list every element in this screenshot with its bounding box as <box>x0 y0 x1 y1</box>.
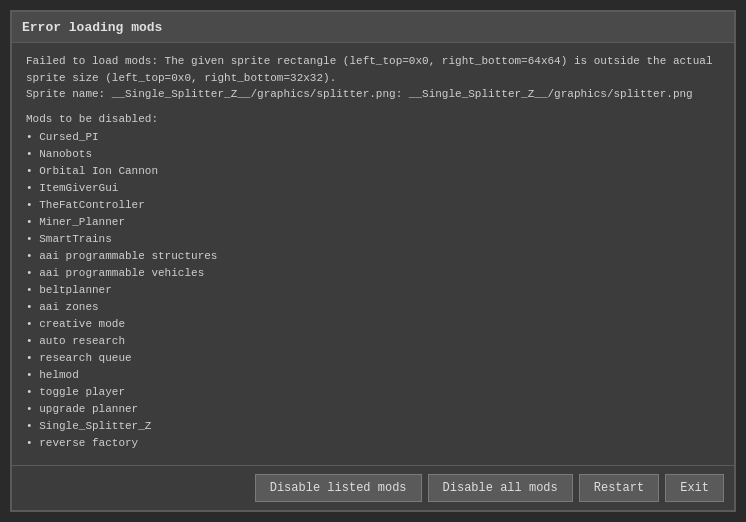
list-item: creative mode <box>26 316 720 333</box>
dialog-titlebar: Error loading mods <box>12 12 734 43</box>
list-item: Miner_Planner <box>26 214 720 231</box>
list-item: Cursed_PI <box>26 129 720 146</box>
list-item: research queue <box>26 350 720 367</box>
list-item: aai programmable vehicles <box>26 265 720 282</box>
mods-label: Mods to be disabled: <box>26 113 720 125</box>
dialog-footer: Disable listed mods Disable all mods Res… <box>12 465 734 510</box>
list-item: toggle player <box>26 384 720 401</box>
exit-button[interactable]: Exit <box>665 474 724 502</box>
list-item: SmartTrains <box>26 231 720 248</box>
error-line1: Failed to load mods: The given sprite re… <box>26 55 713 84</box>
list-item: auto research <box>26 333 720 350</box>
list-item: TheFatController <box>26 197 720 214</box>
list-item: Single_Splitter_Z <box>26 418 720 435</box>
error-dialog: Error loading mods Failed to load mods: … <box>10 10 736 512</box>
disable-listed-button[interactable]: Disable listed mods <box>255 474 422 502</box>
list-item: beltplanner <box>26 282 720 299</box>
list-item: ItemGiverGui <box>26 180 720 197</box>
list-item: reverse factory <box>26 435 720 452</box>
dialog-title: Error loading mods <box>22 20 162 35</box>
list-item: helmod <box>26 367 720 384</box>
mods-list: Cursed_PINanobotsOrbital Ion CannonItemG… <box>26 129 720 456</box>
list-item: aai programmable structures <box>26 248 720 265</box>
dialog-body: Failed to load mods: The given sprite re… <box>12 43 734 465</box>
error-message: Failed to load mods: The given sprite re… <box>26 53 720 103</box>
error-line2: Sprite name: __Single_Splitter_Z__/graph… <box>26 88 693 100</box>
disable-all-button[interactable]: Disable all mods <box>428 474 573 502</box>
list-item: Nanobots <box>26 146 720 163</box>
list-item: upgrade planner <box>26 401 720 418</box>
list-item: Orbital Ion Cannon <box>26 163 720 180</box>
list-item: aai zones <box>26 299 720 316</box>
restart-button[interactable]: Restart <box>579 474 659 502</box>
